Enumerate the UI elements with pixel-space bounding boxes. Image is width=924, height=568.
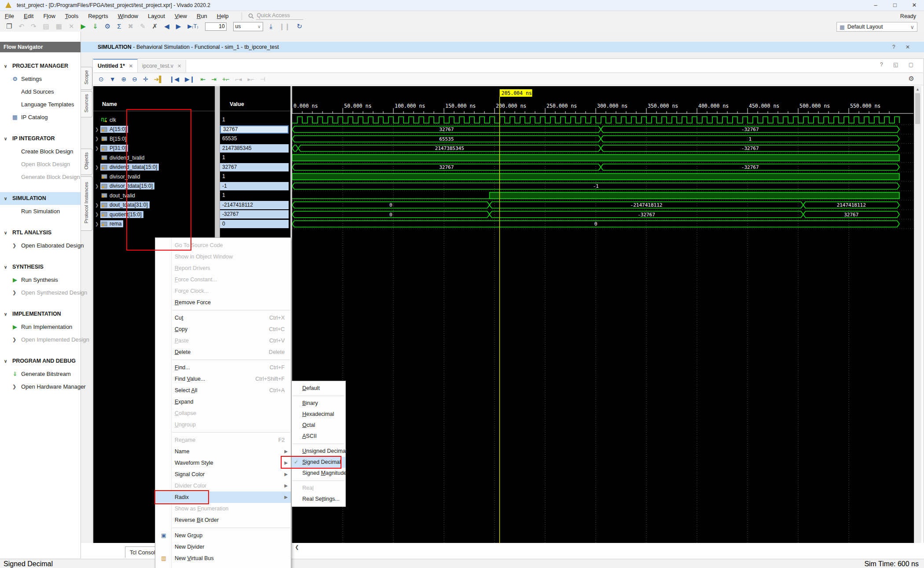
radix-option-binary[interactable]: Binary — [292, 398, 345, 409]
scroll-up-icon[interactable]: ▲ — [916, 87, 920, 91]
sidebar-section-implementation[interactable]: ∨IMPLEMENTATION — [0, 308, 81, 320]
sidebar-item-open-block-design[interactable]: Open Block Design — [0, 158, 81, 171]
menu-layout[interactable]: Layout — [143, 13, 170, 19]
wave-prev-marker-icon[interactable]: ⌐◂ — [235, 76, 242, 83]
expand-icon[interactable]: ❯ — [93, 136, 100, 141]
wave-go-to-end-icon[interactable]: ▶❙ — [185, 76, 195, 83]
menu-item-find[interactable]: Find...Ctrl+F — [155, 362, 291, 373]
wave-zoom-in-icon[interactable]: ⊕ — [121, 76, 127, 83]
pause-icon[interactable]: ❙❙ — [279, 22, 290, 31]
tab-untitled-1[interactable]: Untitled 1*✕ — [93, 59, 138, 73]
sidebar-item-generate-block-design[interactable]: Generate Block Design — [0, 171, 81, 183]
collapse-icon[interactable]: ∨ — [4, 192, 7, 205]
sidebar-item-run-synthesis[interactable]: ▶Run Synthesis — [0, 273, 81, 286]
sidebar-section-project-manager[interactable]: ∨PROJECT MANAGER — [0, 60, 81, 73]
signal-row-divisor_tdata-15-0-[interactable]: ❯divisor_tdata[15:0] — [93, 182, 215, 191]
sidebar-section-program-and-debug[interactable]: ∨PROGRAM AND DEBUG — [0, 355, 81, 368]
menu-help[interactable]: Help — [212, 13, 234, 19]
wave-previous-transition-icon[interactable]: ⇤ — [200, 76, 205, 83]
close-icon[interactable]: ✕ — [177, 60, 181, 73]
simulation-header-icons[interactable]: ? ✕ — [892, 42, 914, 52]
collapse-icon[interactable]: ∨ — [4, 261, 7, 273]
run-all-icon[interactable]: ▶ — [176, 22, 181, 31]
expand-icon[interactable]: ❯ — [12, 380, 16, 393]
vertical-scrollbar[interactable]: ▲ — [914, 86, 921, 543]
wave-window-corner-icons[interactable]: ? ◱ ▢ — [880, 62, 918, 68]
menu-item-signal-color[interactable]: Signal Color▶ — [155, 469, 291, 480]
settings-gear-icon[interactable]: ⚙ — [105, 22, 110, 31]
copy-icon[interactable]: ▤ — [43, 22, 49, 31]
menu-item-new-group[interactable]: ▣New Group — [155, 530, 291, 541]
expand-icon[interactable]: ❯ — [12, 286, 16, 299]
menu-item-cut[interactable]: CutCtrl+X — [155, 312, 291, 324]
menu-edit[interactable]: Edit — [19, 13, 38, 19]
menu-reports[interactable]: Reports — [83, 13, 113, 19]
sidebar-section-ip-integrator[interactable]: ∨IP INTEGRATOR — [0, 132, 81, 145]
collapse-icon[interactable]: ∨ — [4, 308, 7, 320]
expand-icon[interactable]: ❯ — [93, 222, 100, 226]
menu-item-select-all[interactable]: Select AllCtrl+A — [155, 385, 291, 396]
menu-item-name[interactable]: Name▶ — [155, 446, 291, 457]
radix-option-signed-magnitude[interactable]: Signed Magnitude — [292, 468, 345, 479]
close-icon[interactable]: ✕ — [129, 60, 133, 73]
relaunch-icon[interactable]: ↻ — [297, 22, 302, 31]
signal-row-A-15-0-[interactable]: ❯A[15:0] — [93, 125, 215, 134]
run-time-input[interactable]: 10 — [205, 22, 227, 31]
generate-bitstream-icon[interactable]: ⇓ — [92, 22, 98, 31]
sidebar-item-open-elaborated-design[interactable]: ❯Open Elaborated Design — [0, 239, 81, 252]
wave-add-marker-icon[interactable]: +⌐ — [222, 76, 229, 83]
signal-row-dividend_tdata-15-0-[interactable]: ❯dividend_tdata[15:0] — [93, 163, 215, 172]
breakpoint-icon[interactable]: ✗ — [152, 22, 158, 31]
radix-option-octal[interactable]: Octal — [292, 420, 345, 431]
wave-zoom-fit-icon[interactable]: ✛ — [143, 76, 148, 83]
step-icon[interactable]: ⤓ — [270, 22, 273, 31]
side-tab-sources[interactable]: Sources — [81, 91, 92, 117]
delete-icon[interactable]: ✕ — [69, 22, 74, 31]
layout-selector[interactable]: ▦ Default Layout ∨ — [836, 22, 917, 32]
expand-icon[interactable]: ❯ — [12, 239, 16, 252]
menu-tools[interactable]: Tools — [60, 13, 83, 19]
menu-run[interactable]: Run — [192, 13, 212, 19]
menu-item-remove-force[interactable]: Remove Force — [155, 297, 291, 308]
wave-go-to-start-icon[interactable]: ❙◀ — [169, 76, 179, 83]
radix-option-hexadecimal[interactable]: Hexadecimal — [292, 409, 345, 420]
radix-option-ascii[interactable]: ASCII — [292, 431, 345, 442]
expand-icon[interactable]: ❯ — [93, 203, 100, 208]
undo-icon[interactable]: ↶ — [18, 22, 24, 31]
menu-view[interactable]: View — [170, 13, 192, 19]
signal-row-rema[interactable]: ❯rema — [93, 219, 215, 229]
redo-icon[interactable]: ↷ — [31, 22, 37, 31]
quick-access-search[interactable]: Quick Access — [242, 12, 303, 20]
collapse-icon[interactable]: ∨ — [4, 226, 7, 239]
radix-option-signed-decimal[interactable]: ✓Signed Decimal — [292, 457, 345, 468]
menu-item-copy[interactable]: CopyCtrl+C — [155, 324, 291, 335]
sidebar-item-run-simulation[interactable]: Run Simulation — [0, 205, 81, 218]
radix-option-real-settings[interactable]: Real Settings... — [292, 494, 345, 505]
edit-icon[interactable]: ✎ — [140, 22, 146, 31]
expand-icon[interactable]: ❯ — [93, 184, 100, 189]
close-button[interactable]: ✕ — [905, 0, 924, 11]
run-icon[interactable]: ▶ — [81, 22, 86, 31]
side-tab-objects[interactable]: Objects — [81, 149, 92, 175]
wave-next-transition-icon[interactable]: ⇥ — [211, 76, 216, 83]
menu-item-waveform-style[interactable]: Waveform Style▶ — [155, 457, 291, 469]
expand-icon[interactable]: ❯ — [12, 333, 16, 346]
radix-option-unsigned-decimal[interactable]: Unsigned Decimal — [292, 446, 345, 457]
signal-row-clk[interactable]: clk — [93, 115, 215, 124]
sidebar-item-generate-bitstream[interactable]: ⇓Generate Bitstream — [0, 368, 81, 380]
maximize-button[interactable]: □ — [885, 0, 905, 11]
menu-item-reverse-bit-order[interactable]: Reverse Bit Order — [155, 514, 291, 526]
menu-item-new-virtual-bus[interactable]: ▥New Virtual Bus — [155, 553, 291, 564]
menu-item-new-divider[interactable]: New Divider — [155, 541, 291, 553]
expand-icon[interactable]: ❯ — [93, 146, 100, 151]
sidebar-item-ip-catalog[interactable]: ▦IP Catalog — [0, 111, 81, 124]
expand-icon[interactable]: ❯ — [93, 212, 100, 217]
collapse-icon[interactable]: ∨ — [4, 132, 7, 145]
menu-item-find-value[interactable]: Find Value...Ctrl+Shift+F — [155, 373, 291, 385]
expand-icon[interactable]: ❯ — [93, 127, 100, 132]
wave-zoom-out-icon[interactable]: ⊖ — [132, 76, 137, 83]
menu-item-radix[interactable]: Radix▶ — [155, 492, 291, 503]
menu-item-delete[interactable]: DeleteDelete — [155, 346, 291, 358]
minimize-button[interactable]: – — [866, 0, 885, 11]
sidebar-item-add-sources[interactable]: Add Sources — [0, 85, 81, 98]
